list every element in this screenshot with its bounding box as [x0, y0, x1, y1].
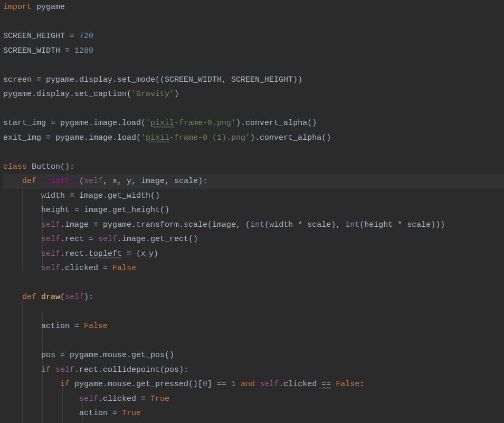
punct: : [359, 380, 364, 389]
code-line[interactable]: if pygame.mouse.get_pressed()[0] == 1 an… [3, 377, 504, 392]
code-text: .image = pygame.transform.scale(image [60, 220, 236, 229]
code-line[interactable]: SCREEN_HEIGHT = 720 [3, 29, 504, 44]
keyword-and: and [241, 380, 255, 389]
code-text: .rect. [60, 249, 89, 258]
param: , scale): [165, 177, 207, 186]
string-quote: ' [141, 133, 146, 142]
code-text: pygame.mouse.get_pressed()[ [74, 380, 203, 389]
code-text: exit_img = pygame.image.load( [3, 133, 141, 142]
number-literal: 720 [79, 32, 93, 41]
code-line[interactable]: exit_img = pygame.image.load('pixil-fram… [3, 131, 504, 146]
module-name: pygame [32, 3, 65, 12]
code-line[interactable]: start_img = pygame.image.load('pixil-fra… [3, 116, 504, 131]
code-line-highlighted[interactable]: def __init__(self, x, y, image, scale): [3, 174, 504, 189]
code-line[interactable]: SCREEN_WIDTH = 1280 [3, 44, 504, 59]
code-text: .clicked = [60, 264, 112, 273]
code-text: start_img = pygame.image.load( [3, 119, 146, 128]
code-line-blank[interactable] [3, 145, 504, 160]
code-text: .rect = [60, 235, 98, 244]
code-line-blank[interactable] [3, 305, 504, 320]
number-literal: 0 [203, 380, 207, 389]
self: self [98, 235, 117, 244]
space [331, 380, 336, 389]
punct: , [336, 220, 345, 229]
indent [3, 220, 41, 229]
code-text: (width * scale) [264, 220, 336, 229]
keyword-def: def [22, 293, 41, 302]
identifier: SCREEN_HEIGHT = [3, 32, 79, 41]
code-line[interactable]: if self.rect.collidepoint(pos): [3, 363, 504, 378]
code-editor[interactable]: import pygame SCREEN_HEIGHT = 720 SCREEN… [3, 0, 504, 421]
self-param: self [84, 177, 103, 186]
code-text: ) [174, 90, 179, 99]
code-line-blank[interactable] [3, 276, 504, 291]
code-line[interactable]: self.rect.topleft = (x,y) [3, 247, 504, 262]
indent [3, 351, 41, 360]
keyword-import: import [3, 3, 32, 12]
self: self [41, 264, 60, 273]
string-quote: ' [146, 119, 150, 128]
code-line[interactable]: self.rect = self.image.get_rect() [3, 232, 504, 247]
indent [3, 380, 60, 389]
string-literal: 'Gravity' [131, 90, 174, 99]
code-text: ).convert_alpha() [250, 133, 331, 142]
punct: , [236, 220, 245, 229]
code-text: screen = pygame.display.set_mode((SCREEN… [3, 75, 302, 84]
self: self [79, 395, 98, 403]
code-line[interactable]: height = image.get_height() [3, 203, 504, 218]
code-line[interactable]: screen = pygame.display.set_mode((SCREEN… [3, 73, 504, 88]
code-text: = (x [122, 249, 146, 258]
code-line[interactable]: import pygame [3, 0, 504, 15]
code-text: .rect.collidepoint(pos): [74, 366, 188, 374]
code-line[interactable]: self.clicked = True [3, 392, 504, 407]
code-line[interactable]: pos = pygame.mouse.get_pos() [3, 348, 504, 363]
code-line[interactable]: self.clicked = False [3, 261, 504, 276]
code-line[interactable]: action = False [3, 319, 504, 334]
punct: ): [84, 293, 93, 302]
indent [3, 366, 41, 374]
self-param: self [65, 293, 84, 302]
code-line[interactable]: width = image.get_width() [3, 189, 504, 204]
keyword-class: class [3, 162, 27, 171]
code-text: ] == [207, 380, 231, 389]
builtin-int: int [345, 220, 359, 229]
code-line[interactable]: pygame.display.set_caption('Gravity') [3, 87, 504, 102]
code-line-blank[interactable] [3, 334, 504, 349]
code-line[interactable]: class Button(): [3, 160, 504, 175]
code-text: ).convert_alpha() [236, 119, 317, 128]
op-eq-underline: == [321, 380, 331, 389]
indent [3, 191, 41, 200]
indent [3, 235, 41, 244]
punct: ( [79, 177, 84, 186]
code-text: action = [79, 409, 122, 418]
class-name: Button [27, 162, 60, 171]
code-line-blank[interactable] [3, 58, 504, 73]
attr-topleft-underline: topleft [89, 249, 122, 258]
code-text: .image.get_rect() [117, 235, 198, 244]
code-line[interactable]: def draw(self): [3, 290, 504, 305]
code-text: pos = pygame.mouse.get_pos() [41, 351, 174, 360]
code-line-blank[interactable] [3, 102, 504, 117]
indent [3, 293, 22, 302]
self: self [41, 249, 60, 258]
keyword-def: def [22, 177, 41, 186]
code-line[interactable]: self.image = pygame.transform.scale(imag… [3, 218, 504, 233]
code-text: action = [41, 322, 84, 331]
number-literal: 1280 [74, 46, 93, 55]
bool-false: False [336, 380, 359, 389]
indent [3, 206, 41, 215]
string-typo-underline: pixil [146, 133, 169, 142]
builtin-int: int [250, 220, 264, 229]
code-text: .clicked [279, 380, 321, 389]
code-line-blank[interactable] [3, 15, 504, 30]
code-text: y) [149, 249, 158, 258]
self: self [41, 220, 60, 229]
code-text: pygame.display.set_caption( [3, 90, 131, 99]
identifier: SCREEN_WIDTH = [3, 46, 74, 55]
number-literal: 1 [231, 380, 236, 389]
code-line[interactable]: action = True [3, 406, 504, 421]
space [236, 380, 241, 389]
code-text: .clicked = [98, 395, 150, 403]
indent [3, 177, 22, 186]
param: , y [117, 177, 131, 186]
